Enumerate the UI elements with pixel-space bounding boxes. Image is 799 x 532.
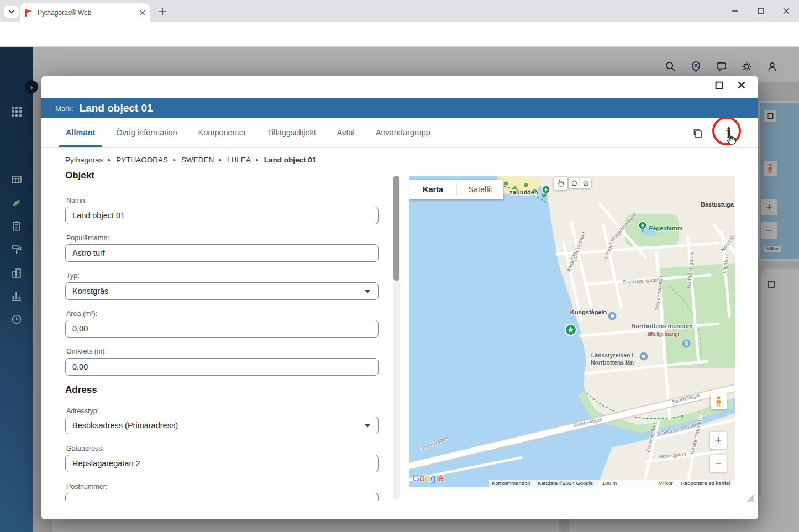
minimize-icon [732,8,738,14]
tab-general[interactable]: Allmänt [55,118,106,147]
popular-name-label: Populärnamn: [66,234,109,242]
street-address-input[interactable]: Repslagaregatan 2 [65,455,379,472]
window-minimize-button[interactable] [728,4,742,18]
copy-icon [692,128,703,139]
name-input[interactable]: Land object 01 [65,207,379,224]
tab-components[interactable]: Komponenter [188,118,257,147]
map-type-map-button[interactable]: Karta [409,185,456,194]
tab-close-icon[interactable] [139,9,146,16]
area-input[interactable]: 0,00 [65,320,379,338]
government-label: Norrbottens län [591,359,634,366]
maximize-icon [758,8,764,14]
popular-name-input[interactable]: Astro turf [65,244,379,262]
breadcrumb-separator: ► [107,157,112,162]
form-scrollbar[interactable] [393,176,400,500]
zip-code-label: Postnummer: [66,483,107,491]
zip-code-input[interactable] [65,493,379,501]
park-label: Fågeldamm [649,225,682,231]
report-error-link[interactable]: Rapportera ett kartfel [681,480,730,486]
pegman-button[interactable] [711,393,727,409]
tab-title: Pythagoras® Web [38,9,135,17]
google-logo: Google [412,473,444,484]
browser-toolbar: pim.pythagoras.se/py_datamanager_interna… [0,22,799,47]
zoom-out-button[interactable]: − [710,455,727,472]
logo-letter: o [420,473,425,483]
pan-tool-button[interactable] [554,177,567,190]
resize-handle[interactable] [747,494,755,503]
chevron-down-icon [8,9,15,14]
dialog-maximize-button[interactable] [714,80,724,90]
scale-text: 100 m [602,480,617,486]
maximize-icon [715,81,723,89]
tree-marker[interactable] [542,185,550,196]
government-marker[interactable] [639,352,648,361]
breadcrumb-separator: ► [218,157,223,162]
star-marker[interactable] [564,323,577,336]
plus-icon [159,8,166,15]
logo-letter: o [425,473,430,483]
map-type-control: Karta Satellit [409,180,503,199]
logo-letter: e [438,473,444,483]
tree-marker[interactable] [638,221,647,232]
window-close-button[interactable] [780,4,793,18]
map-type-satellite-button[interactable]: Satellit [457,185,503,194]
address-type-value: Besöksadress (Primäradress) [72,421,178,430]
browser-tab[interactable]: Pythagoras® Web [20,3,150,22]
name-label: Namn: [66,197,87,204]
breadcrumb-separator: ► [172,157,177,162]
street-address-label: Gatuadress: [66,445,104,452]
chevron-down-icon [365,424,370,428]
address-type-label: Adresstyp: [66,407,99,415]
dialog-tabs: Allmänt Övrig information Komponenter Ti… [41,118,758,148]
hand-icon [556,180,565,188]
breadcrumb-country[interactable]: SWEDEN [181,156,214,164]
map-data-text: Kartdata ©2024 Google [538,480,593,486]
breadcrumb: Pythagoras ► PYTHAGORAS ► SWEDEN ► LULEÅ… [65,156,316,164]
new-tab-button[interactable] [157,6,168,17]
object-type-label: Mark: [55,104,73,113]
scrollbar-thumb[interactable] [393,176,400,281]
address-type-select[interactable]: Besöksadress (Primäradress) [65,417,379,434]
tab-other-info[interactable]: Övrig information [106,118,187,147]
browser-window: Pythagoras® Web [0,0,799,532]
close-icon [783,8,790,14]
breadcrumb-city[interactable]: LULEÅ [227,156,251,164]
keyboard-shortcuts-link[interactable]: Kortkommandon [492,480,530,486]
map-panel: zauudden Bastustuga Fågeldamm Kungsfågel… [409,176,735,487]
draw-polygon-button[interactable] [569,178,580,188]
pegman-icon [714,396,723,408]
logo-letter: G [412,473,420,483]
breadcrumb-company[interactable]: PYTHAGORAS [116,156,168,164]
perimeter-input[interactable]: 0,00 [65,358,379,376]
breadcrumb-current: Land object 01 [264,156,317,164]
type-value: Konstgräs [72,287,108,296]
breadcrumb-root[interactable]: Pythagoras [65,156,103,164]
place-label: Kungsfågeln [570,309,607,315]
tab-additional-objects[interactable]: Tilläggsobjekt [257,118,327,147]
section-object: Objekt [65,170,94,181]
dialog-title: Land object 01 [80,102,153,114]
map-attribution: Kortkommandon Kartdata ©2024 Google 100 … [489,480,735,487]
tab-search-button[interactable] [4,6,19,18]
poi-marker[interactable] [608,312,617,320]
terms-link[interactable]: Villkor [659,480,673,486]
museum-marker[interactable] [682,339,691,348]
government-label: Länsstyrelsen i [591,352,633,359]
scale-bar [622,480,650,483]
type-label: Typ: [66,272,80,280]
window-maximize-button[interactable] [754,4,768,18]
place-label: zauudden [509,189,538,196]
tab-user-group[interactable]: Användargrupp [365,118,441,147]
type-select[interactable]: Konstgräs [65,282,379,300]
perimeter-label: Omkrets (m): [66,347,107,355]
zoom-in-button[interactable]: + [710,432,727,449]
logo-letter: g [430,473,436,483]
draw-shape-button[interactable] [580,178,591,188]
dialog-close-button[interactable] [735,79,748,91]
section-address: Adress [65,384,97,396]
place-label: Bastustuga [701,201,734,208]
info-button[interactable]: i [723,124,734,143]
copy-button[interactable] [691,127,703,139]
museum-status-label: Tillfälligt stängt [645,331,679,337]
tab-contracts[interactable]: Avtal [327,118,365,147]
